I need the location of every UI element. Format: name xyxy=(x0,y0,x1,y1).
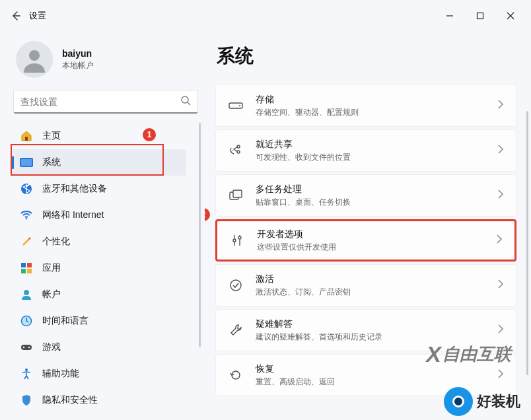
nav-label: 辅助功能 xyxy=(42,368,79,380)
search-input[interactable] xyxy=(20,96,180,107)
chevron-right-icon xyxy=(497,279,504,291)
card-title: 疑难解答 xyxy=(256,318,382,330)
profile-block[interactable]: baiyun 本地帐户 xyxy=(11,32,203,90)
brush-icon xyxy=(20,235,33,248)
card-recovery[interactable]: 恢复 重置、高级启动、返回 xyxy=(215,354,516,396)
nav-accessibility[interactable]: 辅助功能 xyxy=(12,361,186,387)
nav-home[interactable]: 主页 xyxy=(12,123,186,149)
svg-point-20 xyxy=(239,105,240,106)
nav-label: 网络和 Internet xyxy=(42,209,104,221)
nav-label: 帐户 xyxy=(42,289,61,300)
svg-point-17 xyxy=(28,347,30,348)
svg-point-22 xyxy=(237,151,240,153)
nav-time[interactable]: 时间和语言 xyxy=(12,308,186,334)
card-sub: 建议的疑难解答、首选项和历史记录 xyxy=(256,332,382,343)
sidebar-scrollbar[interactable] xyxy=(199,123,201,347)
card-title: 就近共享 xyxy=(256,138,351,150)
gaming-icon xyxy=(20,341,33,354)
chevron-right-icon xyxy=(497,324,504,336)
card-sub: 存储空间、驱动器、配置规则 xyxy=(256,107,359,118)
nav-gaming[interactable]: 游戏 xyxy=(12,334,186,361)
card-troubleshoot[interactable]: 疑难解答 建议的疑难解答、首选项和历史记录 xyxy=(215,309,516,351)
window-title: 设置 xyxy=(29,10,46,22)
check-circle-icon xyxy=(228,277,244,293)
annotation-badge-2: 2 xyxy=(205,208,210,221)
apps-icon xyxy=(20,262,33,275)
wrench-icon xyxy=(228,322,244,338)
svg-point-16 xyxy=(23,347,24,348)
nav-label: 蓝牙和其他设备 xyxy=(42,183,107,195)
chevron-right-icon xyxy=(497,190,504,201)
avatar xyxy=(16,41,53,78)
card-sub: 可发现性、收到文件的位置 xyxy=(256,152,351,163)
card-nearby-share[interactable]: 就近共享 可发现性、收到文件的位置 xyxy=(215,129,516,172)
page-heading: 系统 xyxy=(210,44,516,69)
nav-list: 主页 系统 蓝牙和其他设备 网络和 Internet 个性化 xyxy=(11,123,203,413)
svg-rect-3 xyxy=(25,137,28,141)
system-icon xyxy=(20,156,33,169)
card-title: 存储 xyxy=(256,93,359,105)
svg-rect-8 xyxy=(21,263,26,267)
back-button[interactable] xyxy=(5,5,26,26)
card-activation[interactable]: 激活 激活状态、订阅、产品密钥 xyxy=(215,264,516,306)
svg-point-21 xyxy=(237,145,240,148)
nav-apps[interactable]: 应用 xyxy=(12,255,186,281)
recovery-icon xyxy=(228,367,244,383)
card-title: 激活 xyxy=(256,273,351,285)
bluetooth-icon xyxy=(20,182,33,195)
nav-system[interactable]: 系统 xyxy=(12,149,186,176)
maximize-button[interactable] xyxy=(465,5,495,26)
profile-name: baiyun xyxy=(62,48,94,59)
account-icon xyxy=(20,288,33,301)
nav-label: 主页 xyxy=(42,130,61,142)
svg-rect-15 xyxy=(21,345,32,350)
card-title: 恢复 xyxy=(256,363,335,374)
card-sub: 贴靠窗口、桌面、任务切换 xyxy=(256,197,351,208)
card-sub: 这些设置仅供开发使用 xyxy=(257,242,336,253)
nav-label: 个性化 xyxy=(42,236,70,248)
nav-label: 游戏 xyxy=(42,341,61,353)
minimize-button[interactable] xyxy=(435,5,465,26)
nav-privacy[interactable]: 隐私和安全性 xyxy=(12,387,186,413)
chevron-right-icon xyxy=(497,100,504,112)
nav-accounts[interactable]: 帐户 xyxy=(12,281,186,308)
svg-rect-11 xyxy=(27,269,32,273)
close-button[interactable] xyxy=(495,5,526,26)
card-developer[interactable]: 开发者选项 这些设置仅供开发使用 xyxy=(215,219,516,262)
svg-point-18 xyxy=(25,368,28,371)
shield-icon xyxy=(20,394,33,407)
annotation-badge-1: 1 xyxy=(143,128,156,141)
svg-rect-5 xyxy=(21,159,32,166)
nav-personalize[interactable]: 个性化 xyxy=(12,228,186,255)
svg-point-7 xyxy=(26,218,28,220)
chevron-right-icon xyxy=(496,234,503,246)
chevron-right-icon xyxy=(497,145,504,157)
svg-point-25 xyxy=(230,280,241,291)
card-sub: 重置、高级启动、返回 xyxy=(256,376,335,388)
nav-network[interactable]: 网络和 Internet xyxy=(12,202,186,228)
svg-rect-0 xyxy=(478,13,483,19)
storage-icon xyxy=(228,98,244,114)
main-panel: 系统 存储 存储空间、驱动器、配置规则 就近共享 可发现性、收到文件的位置 xyxy=(205,32,531,420)
svg-rect-9 xyxy=(27,263,32,267)
card-multitask[interactable]: 多任务处理 贴靠窗口、桌面、任务切换 xyxy=(215,174,516,217)
wifi-icon xyxy=(20,209,33,222)
card-title: 多任务处理 xyxy=(256,183,351,195)
svg-point-1 xyxy=(29,50,40,61)
chevron-right-icon xyxy=(497,369,504,381)
profile-sub: 本地帐户 xyxy=(62,60,94,71)
card-storage[interactable]: 存储 存储空间、驱动器、配置规则 xyxy=(215,85,516,127)
clock-icon xyxy=(20,314,33,328)
tools-icon xyxy=(229,232,245,248)
nav-bluetooth[interactable]: 蓝牙和其他设备 xyxy=(12,176,186,202)
share-icon xyxy=(228,143,244,158)
svg-point-2 xyxy=(182,96,188,103)
svg-point-12 xyxy=(24,290,29,295)
nav-label: 隐私和安全性 xyxy=(42,394,98,406)
search-box[interactable] xyxy=(13,90,198,114)
card-title: 开发者选项 xyxy=(257,228,336,240)
sidebar: baiyun 本地帐户 主页 系统 xyxy=(0,32,205,420)
nav-label: 应用 xyxy=(42,262,61,274)
main-scrollbar[interactable] xyxy=(526,111,528,375)
card-sub: 激活状态、订阅、产品密钥 xyxy=(256,287,351,298)
